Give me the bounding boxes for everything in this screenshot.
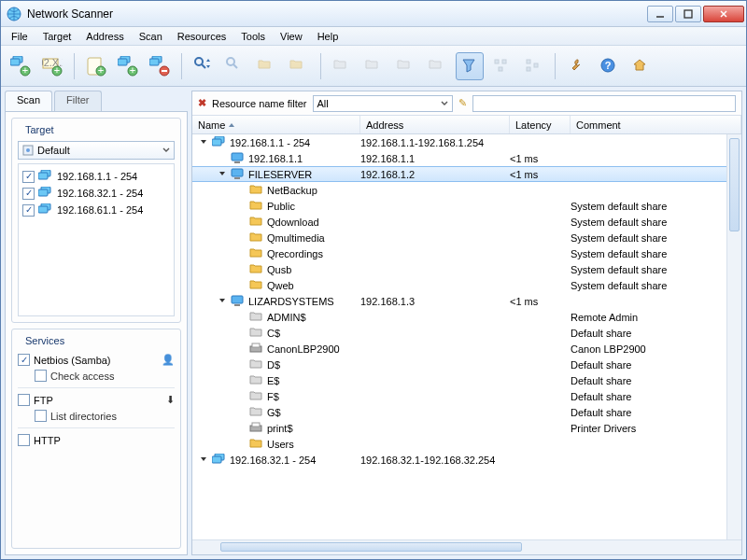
mon-icon [231, 168, 245, 180]
tree-row[interactable]: F$Default share [192, 388, 741, 404]
tree-row[interactable]: LIZARDSYSTEMS192.168.1.3<1 ms [192, 293, 741, 309]
tb-new[interactable]: + [7, 52, 35, 80]
sort-asc-icon [229, 123, 234, 127]
checkbox[interactable] [22, 171, 35, 183]
expander-open-icon[interactable] [218, 297, 227, 305]
tab-filter[interactable]: Filter [54, 91, 101, 111]
target-item[interactable]: 192.168.61.1 - 254 [22, 202, 170, 218]
filter-input[interactable] [472, 95, 737, 112]
menu-help[interactable]: Help [311, 29, 345, 44]
menu-target[interactable]: Target [36, 29, 78, 44]
svg-rect-26 [502, 60, 506, 63]
tree-row[interactable]: FILESERVER192.168.1.2<1 ms [192, 166, 741, 182]
menu-file[interactable]: File [5, 29, 35, 44]
tree-row[interactable]: ADMIN$Remote Admin [192, 309, 741, 325]
folder-icon [249, 231, 263, 244]
edit-filter-icon[interactable]: ✎ [458, 97, 467, 109]
maximize-button[interactable] [675, 6, 701, 22]
tb-tree2[interactable] [519, 52, 547, 80]
tree-row[interactable]: Users [192, 436, 741, 452]
tb-scan-stop[interactable] [221, 52, 249, 80]
tree-row[interactable]: PublicSystem default share [192, 198, 741, 214]
tb-remove-host[interactable] [146, 52, 174, 80]
tree-row[interactable]: CanonLBP2900Canon LBP2900 [192, 341, 741, 357]
target-item[interactable]: 192.168.1.1 - 254 [22, 168, 170, 185]
expander-open-icon[interactable] [200, 138, 208, 147]
tb-scan[interactable] [190, 52, 218, 80]
col-address[interactable]: Address [360, 116, 510, 133]
tree-row[interactable]: 192.168.1.1 - 254192.168.1.1-192.168.1.2… [192, 134, 741, 150]
service-item[interactable]: FTP⬇ [18, 392, 175, 408]
tree-row[interactable]: print$Printer Drivers [192, 420, 741, 436]
tree-row[interactable]: QrecordingsSystem default share [192, 245, 741, 261]
tb-grp3[interactable] [392, 52, 420, 80]
col-latency[interactable]: Latency [510, 116, 571, 133]
tb-home[interactable] [627, 52, 655, 80]
tree-row[interactable]: 192.168.32.1 - 254192.168.32.1-192.168.3… [192, 452, 741, 468]
tree-row[interactable]: C$Default share [192, 325, 741, 341]
menubar: FileTargetAddressScanResourcesToolsViewH… [1, 27, 746, 46]
target-item[interactable]: 192.168.32.1 - 254 [22, 185, 170, 202]
tb-open2[interactable] [285, 52, 313, 80]
tree-row[interactable]: QmultimediaSystem default share [192, 230, 741, 245]
checkbox[interactable] [18, 434, 30, 446]
monitor-icon [38, 170, 53, 183]
tb-filter[interactable] [456, 52, 484, 80]
checkbox[interactable] [35, 370, 47, 382]
tree-row[interactable]: QdownloadSystem default share [192, 214, 741, 230]
tab-scan[interactable]: Scan [5, 91, 52, 111]
filter-bar: ✖ Resource name filter All ✎ [192, 91, 741, 116]
checkbox[interactable] [18, 354, 30, 366]
groupmon-icon [212, 136, 226, 148]
col-comment[interactable]: Comment [571, 116, 741, 133]
results-tree[interactable]: 192.168.1.1 - 254192.168.1.1-192.168.1.2… [192, 134, 741, 539]
folder-icon [249, 184, 263, 196]
service-item[interactable]: HTTP [18, 432, 175, 448]
clear-filter-icon[interactable]: ✖ [198, 97, 206, 109]
printer-icon [249, 343, 263, 355]
menu-address[interactable]: Address [79, 29, 130, 44]
filter-select[interactable]: All [313, 95, 453, 112]
checkbox[interactable] [22, 188, 35, 200]
tb-add-host[interactable]: + [114, 52, 142, 80]
tb-grp4[interactable] [424, 52, 452, 80]
target-group: Target Default 192.168.1.1 - 254192.168.… [11, 118, 181, 323]
tree-row[interactable]: 192.168.1.1192.168.1.1<1 ms [192, 150, 741, 166]
expander-open-icon[interactable] [218, 170, 227, 178]
checkbox[interactable] [35, 410, 47, 422]
menu-scan[interactable]: Scan [133, 29, 169, 44]
tb-help[interactable] [595, 52, 623, 80]
tree-row[interactable]: D$Default share [192, 357, 741, 372]
minimize-button[interactable] [647, 6, 673, 22]
tb-open1[interactable] [253, 52, 281, 80]
checkbox[interactable] [22, 204, 35, 217]
tb-add-range[interactable]: 192.X.X+ [38, 52, 66, 80]
col-name[interactable]: Name [192, 116, 360, 133]
tree-row[interactable]: QusbSystem default share [192, 261, 741, 277]
menu-resources[interactable]: Resources [171, 29, 233, 44]
expander-open-icon[interactable] [200, 455, 208, 464]
tree-row[interactable]: G$Default share [192, 404, 741, 420]
scrollbar-vertical[interactable] [726, 134, 741, 539]
target-combo[interactable]: Default [18, 141, 175, 160]
close-button[interactable] [703, 6, 744, 22]
tree-row[interactable]: NetBackup [192, 182, 741, 198]
tb-grp2[interactable] [360, 52, 388, 80]
service-item[interactable]: Netbios (Samba)👤 [18, 352, 175, 368]
service-sub[interactable]: List directories [35, 408, 175, 424]
groupmon-icon [212, 454, 226, 466]
tree-row[interactable]: E$Default share [192, 372, 741, 388]
tb-options[interactable] [563, 52, 591, 80]
tb-tree1[interactable] [487, 52, 515, 80]
tb-grp1[interactable] [329, 52, 357, 80]
service-sub[interactable]: Check access [35, 368, 175, 384]
scrollbar-horizontal[interactable] [192, 539, 741, 554]
svg-rect-29 [527, 67, 530, 71]
printer-icon [249, 422, 263, 434]
checkbox[interactable] [18, 394, 30, 406]
menu-tools[interactable]: Tools [234, 29, 272, 44]
folderg-icon [249, 327, 263, 339]
tb-script[interactable]: + [82, 52, 110, 80]
menu-view[interactable]: View [274, 29, 309, 44]
tree-row[interactable]: QwebSystem default share [192, 277, 741, 293]
